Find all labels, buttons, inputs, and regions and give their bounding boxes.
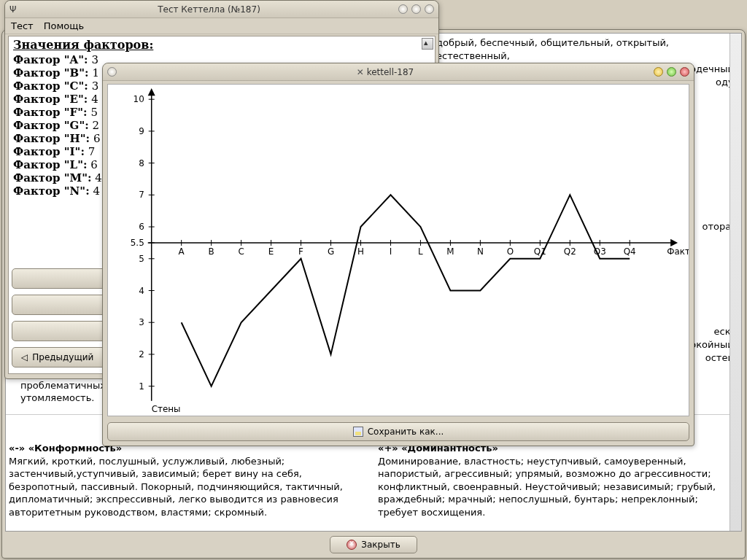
results-menubar: Тест Помощь: [5, 18, 438, 34]
chart-window: ✕ kettell-187 123455.5678910ABCEFGHILMNO…: [102, 63, 694, 446]
blank-button-1[interactable]: [12, 268, 114, 289]
svg-marker-1: [148, 88, 155, 96]
close-button-label: Закрыть: [361, 540, 400, 550]
minimize-icon[interactable]: [654, 67, 663, 77]
svg-text:5.5: 5.5: [131, 238, 144, 248]
minimize-icon[interactable]: [398, 4, 408, 14]
menu-help[interactable]: Помощь: [44, 20, 84, 31]
svg-text:F: F: [298, 246, 303, 257]
maximize-icon[interactable]: [667, 67, 676, 77]
blank-button-2[interactable]: [12, 295, 114, 315]
svg-text:Стены: Стены: [152, 404, 181, 414]
chart-titlebar[interactable]: ✕ kettell-187: [103, 63, 694, 81]
svg-text:H: H: [357, 246, 364, 257]
svg-text:2: 2: [139, 349, 144, 359]
close-window-icon[interactable]: [680, 67, 689, 77]
close-button[interactable]: Закрыть: [330, 536, 417, 553]
svg-text:6: 6: [139, 222, 144, 232]
results-title: Тест Кеттелла (№187): [20, 4, 398, 15]
svg-text:1: 1: [139, 381, 144, 392]
svg-text:A: A: [179, 246, 185, 257]
save-icon: [353, 427, 363, 437]
svg-text:9: 9: [139, 126, 144, 136]
chart-title: kettell-187: [367, 67, 414, 77]
save-as-button[interactable]: Сохранить как...: [107, 422, 689, 441]
factors-heading: Значения факторов:: [13, 38, 430, 52]
svg-text:3: 3: [139, 317, 144, 327]
column-body-right: Доминирование, властность; неуступчивый,…: [378, 456, 716, 518]
results-titlebar[interactable]: Ψ Тест Кеттелла (№187): [5, 1, 438, 18]
svg-text:4: 4: [139, 285, 144, 295]
chart-canvas: 123455.5678910ABCEFGHILMNOQ1Q2Q3Q4Фактор…: [107, 84, 689, 416]
svg-text:5: 5: [139, 254, 144, 264]
svg-text:Фактор: Фактор: [667, 246, 689, 257]
close-icon: [347, 540, 357, 550]
svg-marker-3: [670, 239, 678, 246]
scrollbar[interactable]: [729, 34, 741, 531]
svg-text:E: E: [268, 246, 274, 257]
scroll-up-button[interactable]: [422, 38, 433, 50]
svg-text:N: N: [477, 246, 484, 257]
svg-text:B: B: [209, 246, 214, 257]
svg-text:L: L: [418, 246, 423, 257]
svg-text:Q2: Q2: [564, 246, 576, 257]
menu-test[interactable]: Тест: [11, 20, 34, 31]
prev-button-label: Предыдущий: [32, 352, 93, 362]
prev-button[interactable]: ◁ Предыдущий: [12, 347, 114, 368]
svg-text:Q4: Q4: [624, 246, 636, 257]
svg-text:8: 8: [139, 158, 144, 168]
column-body-left: Мягкий, кроткий, послушный, услужливый, …: [9, 456, 343, 518]
blank-button-3[interactable]: [12, 321, 114, 341]
svg-text:I: I: [390, 246, 392, 257]
svg-text:7: 7: [139, 190, 144, 200]
maximize-icon[interactable]: [411, 4, 421, 14]
svg-text:G: G: [328, 246, 334, 257]
save-as-label: Сохранить как...: [368, 427, 444, 437]
svg-text:C: C: [238, 246, 244, 257]
window-menu-icon[interactable]: [107, 67, 117, 77]
svg-text:M: M: [446, 246, 454, 257]
svg-text:O: O: [507, 246, 514, 257]
speaker-icon: ◁: [21, 352, 28, 362]
close-window-icon[interactable]: [425, 4, 434, 14]
svg-text:10: 10: [133, 94, 144, 104]
text-fragment: добрый, беспечный, общительный, открытый…: [436, 36, 741, 62]
